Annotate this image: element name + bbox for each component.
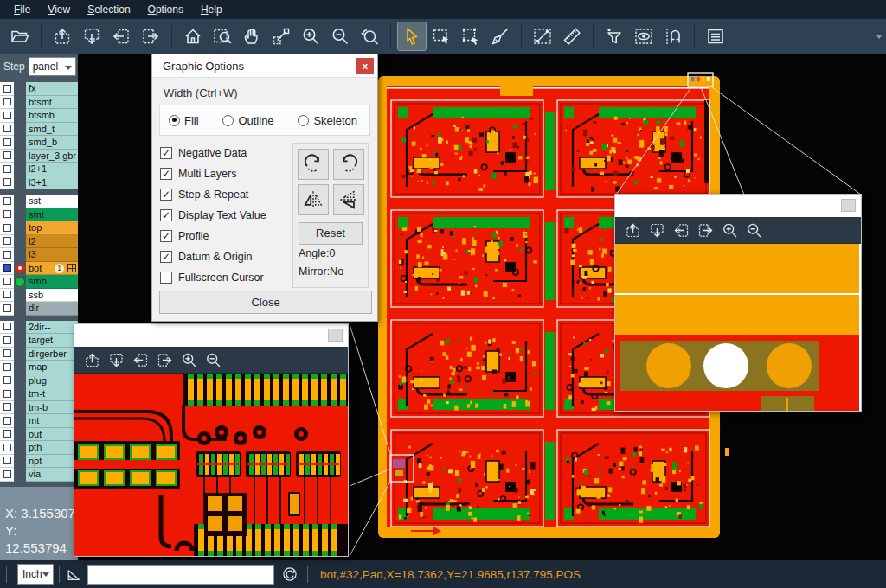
- magnifier-window-right[interactable]: [614, 194, 862, 412]
- clear-brush-button[interactable]: [486, 22, 514, 50]
- layer-checkbox[interactable]: [3, 430, 11, 438]
- layer-checkbox[interactable]: [3, 237, 11, 245]
- layer-row-smd-t[interactable]: smd_t: [0, 123, 78, 137]
- radio-fill[interactable]: Fill: [169, 114, 199, 127]
- select-rect-button[interactable]: [427, 22, 455, 50]
- layer-checkbox[interactable]: [3, 151, 11, 159]
- layer-row-l2-1[interactable]: l2+1: [0, 163, 78, 176]
- layer-checkbox[interactable]: [3, 376, 11, 384]
- rotate-ccw-button[interactable]: [333, 149, 364, 180]
- zoom-in-button[interactable]: [177, 348, 201, 371]
- close-button[interactable]: Close: [159, 291, 372, 314]
- layer-checkbox[interactable]: [3, 390, 11, 398]
- layer-row-ssb[interactable]: ssb: [0, 289, 78, 303]
- select-cursor-button[interactable]: [398, 22, 426, 50]
- layer-row-top[interactable]: top: [0, 221, 78, 235]
- select-transform-button[interactable]: [457, 22, 485, 50]
- layer-row-layer-3-gbr[interactable]: layer_3.gbr: [0, 150, 78, 163]
- layer-checkbox[interactable]: [3, 138, 11, 146]
- layer-checkbox[interactable]: [3, 304, 11, 312]
- layer-row-l3-1[interactable]: l3+1: [0, 176, 78, 190]
- checkbox-datum-origin[interactable]: ✓Datum & Origin: [160, 246, 292, 267]
- layer-row-bfsmb[interactable]: bfsmb: [0, 109, 78, 123]
- layer-checkbox[interactable]: [3, 178, 11, 186]
- layer-row-bfsmt[interactable]: bfsmt: [0, 96, 78, 110]
- layer-row-map[interactable]: map: [0, 361, 78, 374]
- layer-row-l2[interactable]: l2: [0, 235, 78, 249]
- edit-move-button[interactable]: [267, 22, 295, 50]
- layer-checkbox[interactable]: [3, 278, 11, 285]
- layer-checkbox[interactable]: [3, 470, 11, 478]
- layer-checkbox[interactable]: [3, 291, 11, 298]
- mirror-vertical-button[interactable]: [333, 184, 364, 215]
- view-down-button[interactable]: [645, 219, 669, 241]
- layer-row-l3[interactable]: l3: [0, 248, 78, 262]
- layer-row-dir[interactable]: dir: [0, 302, 78, 316]
- view-left-button[interactable]: [128, 348, 152, 371]
- toolbar-overflow-icon[interactable]: [876, 35, 883, 39]
- layer-row-tm-b[interactable]: tm-b: [0, 401, 78, 415]
- zoom-in-button[interactable]: [297, 22, 324, 50]
- command-input[interactable]: [87, 565, 274, 585]
- view-right-button[interactable]: [693, 219, 717, 241]
- layer-checkbox[interactable]: [3, 165, 11, 173]
- object-visibility-button[interactable]: [630, 22, 658, 50]
- layers-panel-button[interactable]: [702, 22, 729, 50]
- checkbox-fullscreen-cursor[interactable]: Fullscreen Cursor: [160, 267, 292, 288]
- layer-checkbox[interactable]: [3, 125, 11, 132]
- layer-checkbox[interactable]: [3, 197, 11, 205]
- checkbox-display-text-value[interactable]: ✓Display Text Value: [160, 205, 292, 226]
- layer-checkbox[interactable]: [3, 403, 11, 411]
- layer-checkbox[interactable]: [3, 98, 11, 105]
- layer-checkbox[interactable]: [3, 336, 11, 344]
- view-right-button[interactable]: [137, 22, 164, 50]
- layer-row-smb[interactable]: smb: [0, 275, 78, 289]
- layer-row-sst[interactable]: sst: [0, 195, 78, 208]
- layer-row-dirgerber[interactable]: dirgerber: [0, 348, 78, 361]
- layer-row-target[interactable]: target: [0, 334, 78, 348]
- layer-row-via[interactable]: via: [0, 468, 78, 482]
- layer-checkbox[interactable]: [3, 457, 11, 464]
- view-down-button[interactable]: [78, 22, 106, 50]
- open-file-button[interactable]: [6, 22, 34, 50]
- home-view-button[interactable]: [179, 22, 207, 50]
- layer-checkbox[interactable]: [3, 444, 11, 451]
- layer-checkbox[interactable]: [3, 112, 11, 119]
- window-button[interactable]: [328, 329, 343, 342]
- layer-checkbox[interactable]: [3, 323, 11, 330]
- reset-button[interactable]: Reset: [299, 222, 363, 245]
- corner-angle-icon[interactable]: [65, 566, 82, 583]
- layer-checkbox[interactable]: [3, 264, 11, 272]
- snap-magnet-button[interactable]: [659, 22, 687, 50]
- grid-icon[interactable]: [67, 264, 76, 272]
- radio-outline[interactable]: Outline: [222, 114, 273, 127]
- layer-row-smd-b[interactable]: smd_b: [0, 136, 78, 150]
- view-down-button[interactable]: [104, 348, 128, 371]
- layer-checkbox[interactable]: [3, 251, 11, 259]
- measure-ruler-button[interactable]: [558, 22, 586, 50]
- view-right-button[interactable]: [152, 348, 177, 371]
- layer-row-npt[interactable]: npt: [0, 455, 78, 469]
- layer-row-2dir-[interactable]: 2dir--: [0, 321, 78, 335]
- layer-checkbox[interactable]: [3, 363, 11, 371]
- mirror-horizontal-button[interactable]: [298, 184, 329, 215]
- layer-row-pth[interactable]: pth: [0, 441, 78, 455]
- menu-view[interactable]: View: [39, 0, 79, 19]
- layer-checkbox[interactable]: [3, 85, 11, 93]
- layer-checkbox[interactable]: [3, 349, 11, 357]
- menu-selection[interactable]: Selection: [79, 0, 138, 19]
- window-button[interactable]: [841, 199, 856, 212]
- view-up-button[interactable]: [620, 219, 645, 241]
- menu-options[interactable]: Options: [139, 0, 192, 19]
- zoom-out-button[interactable]: [201, 348, 225, 371]
- layer-row-smt[interactable]: smt: [0, 208, 78, 222]
- layer-row-fx[interactable]: fx: [0, 82, 78, 96]
- rotate-cw-button[interactable]: [298, 149, 329, 180]
- view-left-button[interactable]: [669, 219, 693, 241]
- refresh-icon[interactable]: [281, 566, 299, 583]
- layer-checkbox[interactable]: [3, 224, 11, 232]
- zoom-previous-button[interactable]: [356, 22, 383, 50]
- checkbox-profile[interactable]: ✓Profile: [160, 226, 292, 246]
- magnifier-window-bottom[interactable]: [74, 323, 349, 557]
- zoom-out-button[interactable]: [742, 219, 766, 241]
